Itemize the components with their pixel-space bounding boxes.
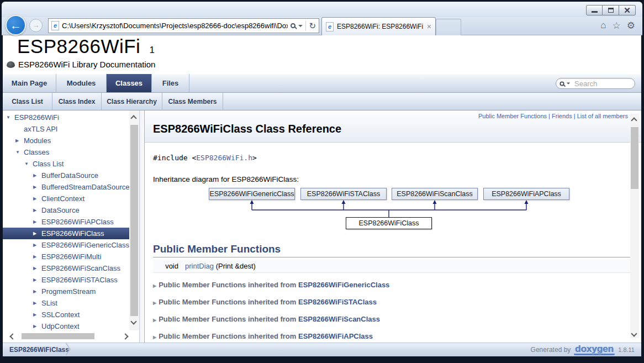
tree-item[interactable]: ▼Class List: [3, 158, 130, 170]
tree-item-label[interactable]: ESP8266WiFiAPClass: [41, 218, 114, 226]
tab-class-list[interactable]: Class List: [3, 93, 52, 110]
content-vertical-scrollbar[interactable]: [630, 114, 639, 338]
tree-item[interactable]: axTLS API: [3, 123, 130, 135]
minimize-button[interactable]: [586, 5, 603, 15]
tree-expand-icon[interactable]: ▶: [33, 312, 41, 317]
address-bar-input[interactable]: C:\Users\Krzysztof\Documents\Projects\es…: [62, 22, 288, 30]
sidebar-horizontal-scrollbar[interactable]: [6, 332, 132, 341]
tree-item-label[interactable]: BufferedStreamDataSource: [41, 183, 129, 191]
inherited-class-link[interactable]: ESP8266WiFiScanClass: [298, 315, 380, 323]
back-button[interactable]: ←: [6, 15, 26, 35]
search-input[interactable]: Search: [556, 78, 635, 89]
tree-item-label[interactable]: ESP8266WiFiGenericClass: [41, 241, 129, 249]
tree-expand-icon[interactable]: ▶: [33, 173, 41, 178]
restore-button[interactable]: [603, 5, 619, 15]
expand-icon[interactable]: ▶: [153, 283, 156, 288]
tab-modules[interactable]: Modules: [56, 74, 107, 92]
tree-item[interactable]: ▶Modules: [3, 135, 130, 146]
expand-icon[interactable]: ▶: [153, 318, 156, 323]
tree-item[interactable]: ▶ESP8266WiFiMulti: [3, 251, 130, 262]
search-options-caret-icon[interactable]: [567, 82, 570, 84]
tree-item-label[interactable]: axTLS API: [24, 125, 57, 133]
inherited-class-link[interactable]: ESP8266WiFiSTAClass: [298, 298, 377, 306]
tree-item-label[interactable]: ProgmemStream: [41, 287, 96, 296]
tree-item[interactable]: ▶ESP8266WiFiAPClass: [3, 216, 130, 228]
tab-files[interactable]: Files: [152, 74, 189, 92]
tree-expand-icon[interactable]: ▶: [33, 289, 41, 294]
inherited-section-header[interactable]: ▶Public Member Functions inherited from …: [153, 315, 633, 324]
tree-item[interactable]: ▶ESP8266WiFiSTAClass: [3, 274, 130, 286]
summary-link-public-member-functions[interactable]: Public Member Functions: [478, 113, 552, 119]
diagram-node[interactable]: ESP8266WiFiGenericClass: [209, 188, 295, 200]
sidebar-splitter[interactable]: [139, 111, 145, 343]
forward-button[interactable]: →: [29, 19, 43, 32]
tree-item-label[interactable]: Modules: [24, 136, 51, 145]
tree-item-selected[interactable]: ▶ESP8266WiFiClass: [3, 228, 130, 239]
tab-class-members[interactable]: Class Members: [162, 93, 223, 110]
tree-expand-icon[interactable]: ▶: [33, 301, 41, 306]
tree-expand-icon[interactable]: ▶: [33, 324, 41, 329]
tree-expand-icon[interactable]: ▶: [33, 266, 41, 271]
tree-item-label[interactable]: UdpContext: [41, 322, 80, 330]
tree-item[interactable]: ▶UdpContext: [3, 320, 130, 332]
tree-expand-icon[interactable]: ▶: [33, 254, 41, 259]
tree-item[interactable]: ▶BufferDataSource: [3, 170, 130, 181]
sidebar-vertical-scrollbar[interactable]: [129, 111, 139, 330]
tree-expand-icon[interactable]: ▶: [33, 219, 41, 224]
inherited-section-header[interactable]: ▶Public Member Functions inherited from …: [153, 281, 633, 290]
tree-expand-icon[interactable]: ▶: [33, 243, 41, 248]
scroll-up-icon[interactable]: [631, 117, 637, 123]
tree-item-label[interactable]: DataSource: [41, 206, 80, 214]
close-button[interactable]: ✕: [619, 5, 636, 15]
tree-item-label[interactable]: Class List: [33, 160, 64, 168]
scroll-down-icon[interactable]: [130, 318, 136, 324]
refresh-icon[interactable]: ↻: [309, 22, 316, 30]
scroll-up-icon[interactable]: [130, 115, 136, 121]
tree-item[interactable]: ▶SSLContext: [3, 309, 130, 320]
settings-gear-icon[interactable]: ⚙: [627, 20, 635, 31]
diagram-node[interactable]: ESP8266WiFiSTAClass: [300, 188, 387, 200]
home-icon[interactable]: ⌂: [600, 20, 606, 31]
inherited-class-link[interactable]: ESP8266WiFiGenericClass: [298, 281, 389, 289]
navpath-class-link[interactable]: ESP8266WiFiClass: [9, 343, 69, 356]
new-tab-button[interactable]: [436, 19, 461, 35]
tree-item[interactable]: ▶BufferedStreamDataSource: [3, 181, 130, 193]
tree-item[interactable]: ▶ESP8266WiFiGenericClass: [3, 239, 130, 251]
tab-close-icon[interactable]: ×: [427, 23, 431, 30]
scroll-left-icon[interactable]: [9, 333, 15, 339]
tree-expand-icon[interactable]: ▶: [33, 196, 41, 201]
tree-item-label[interactable]: SSLContext: [41, 311, 80, 319]
diagram-node[interactable]: ESP8266WiFiScanClass: [392, 188, 478, 200]
tree-item[interactable]: ▶DataSource: [3, 204, 130, 216]
tree-item-label[interactable]: Classes: [24, 148, 49, 156]
tree-expand-icon[interactable]: ▶: [33, 231, 41, 236]
tree-item-label[interactable]: SList: [41, 299, 57, 307]
summary-link-friends[interactable]: Friends: [552, 113, 577, 119]
tree-item[interactable]: ▶SList: [3, 297, 130, 309]
summary-link-all-members[interactable]: List of all members: [577, 113, 628, 119]
tab-class-index[interactable]: Class Index: [52, 93, 102, 110]
tree-item[interactable]: ▶ClientContext: [3, 193, 130, 204]
scrollbar-thumb[interactable]: [130, 125, 138, 316]
tree-collapse-icon[interactable]: ▼: [6, 115, 14, 120]
tree-expand-icon[interactable]: ▶: [33, 185, 41, 190]
scroll-right-icon[interactable]: [122, 333, 128, 339]
address-bar[interactable]: e C:\Users\Krzysztof\Documents\Projects\…: [48, 18, 319, 33]
tree-item[interactable]: ▼ESP8266WiFi: [3, 112, 130, 123]
favorites-star-icon[interactable]: ☆: [613, 20, 621, 31]
tree-item-label[interactable]: ESP8266WiFi: [14, 113, 59, 122]
diagram-node[interactable]: ESP8266WiFiAPClass: [483, 188, 569, 200]
tree-item-label[interactable]: ESP8266WiFiClass: [41, 229, 104, 238]
expand-icon[interactable]: ▶: [153, 301, 156, 306]
tree-item[interactable]: ▶ProgmemStream: [3, 286, 130, 297]
inherited-section-header[interactable]: ▶Public Member Functions inherited from …: [153, 333, 633, 341]
member-name-link[interactable]: printDiag: [185, 262, 214, 270]
tree-item-label[interactable]: BufferDataSource: [41, 171, 98, 180]
include-file-link[interactable]: ESP8266WiFi.h: [196, 154, 252, 162]
search-icon[interactable]: [291, 23, 295, 28]
scrollbar-thumb[interactable]: [631, 127, 638, 189]
tree-collapse-icon[interactable]: ▼: [15, 150, 24, 155]
tree-item[interactable]: ▼Classes: [3, 146, 130, 158]
tree-item-label[interactable]: ESP8266WiFiScanClass: [41, 264, 120, 272]
tree-item-label[interactable]: ESP8266WiFiSTAClass: [41, 276, 118, 284]
